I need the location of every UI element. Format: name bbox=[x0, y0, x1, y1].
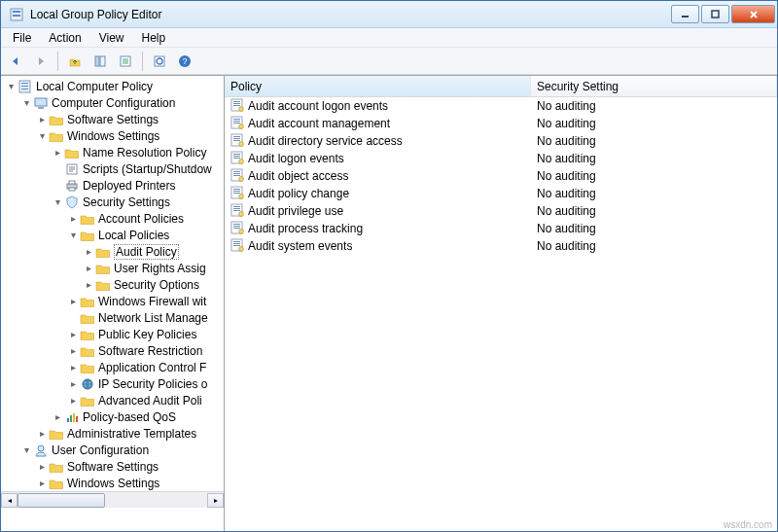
list-row[interactable]: Audit logon eventsNo auditing bbox=[225, 150, 777, 167]
tree-toggle-icon[interactable]: ▸ bbox=[83, 279, 94, 291]
tree-toggle-icon[interactable]: ▸ bbox=[67, 362, 79, 373]
tree-toggle-icon[interactable] bbox=[52, 180, 63, 192]
tree-pane[interactable]: ▾Local Computer Policy▾Computer Configur… bbox=[1, 76, 225, 531]
list-row[interactable]: Audit privilege useNo auditing bbox=[225, 202, 777, 220]
tree-toggle-icon[interactable] bbox=[52, 163, 63, 175]
folder-icon bbox=[49, 459, 64, 475]
folder-icon bbox=[80, 294, 95, 309]
tree-windows-firewall[interactable]: ▸Windows Firewall wit bbox=[1, 293, 224, 309]
tree-toggle-icon[interactable]: ▾ bbox=[36, 130, 48, 142]
tree-toggle-icon[interactable]: ▸ bbox=[67, 395, 79, 407]
tree-toggle-icon[interactable]: ▸ bbox=[36, 114, 48, 125]
tree-toggle-icon[interactable]: ▸ bbox=[67, 213, 79, 225]
tree-label: Administrative Templates bbox=[67, 427, 196, 441]
tree-uc-software-settings[interactable]: ▸Software Settings bbox=[1, 458, 224, 475]
tree-label: Local Computer Policy bbox=[36, 80, 153, 93]
up-folder-button[interactable] bbox=[64, 51, 86, 72]
menu-action[interactable]: Action bbox=[41, 30, 88, 46]
tree-toggle-icon[interactable]: ▸ bbox=[67, 345, 79, 357]
policy-item-icon bbox=[230, 168, 244, 185]
menu-view[interactable]: View bbox=[91, 30, 132, 46]
tree-audit-policy[interactable]: ▸Audit Policy bbox=[1, 243, 224, 260]
list-row[interactable]: Audit account managementNo auditing bbox=[225, 115, 777, 132]
menu-file[interactable]: File bbox=[5, 30, 39, 46]
maximize-button[interactable] bbox=[701, 5, 729, 23]
svg-rect-1 bbox=[13, 11, 20, 13]
policy-name: Audit logon events bbox=[248, 152, 344, 165]
tree-toggle-icon[interactable]: ▸ bbox=[67, 378, 79, 390]
tree-toggle-icon[interactable]: ▾ bbox=[20, 97, 32, 109]
tree-user-configuration[interactable]: ▾User Configuration bbox=[1, 442, 224, 458]
list-row[interactable]: Audit directory service accessNo auditin… bbox=[225, 132, 777, 150]
folder-icon bbox=[33, 443, 49, 458]
tree-cc-software-settings[interactable]: ▸Software Settings bbox=[1, 111, 224, 127]
tree-hscrollbar[interactable]: ◂ ▸ bbox=[1, 491, 224, 508]
list-row[interactable]: Audit object accessNo auditing bbox=[225, 167, 777, 185]
list-row[interactable]: Audit system eventsNo auditing bbox=[225, 237, 777, 255]
list-row[interactable]: Audit policy changeNo auditing bbox=[225, 185, 777, 202]
tree-network-list-manager[interactable]: Network List Manage bbox=[1, 309, 224, 326]
tree-toggle-icon[interactable]: ▸ bbox=[67, 329, 79, 340]
list-row[interactable]: Audit account logon eventsNo auditing bbox=[225, 97, 777, 115]
tree-toggle-icon[interactable]: ▸ bbox=[36, 461, 48, 473]
column-header-policy[interactable]: Policy bbox=[225, 76, 531, 96]
tree-toggle-icon[interactable]: ▸ bbox=[83, 263, 94, 274]
svg-point-64 bbox=[239, 211, 244, 216]
tree-toggle-icon[interactable]: ▾ bbox=[52, 196, 63, 208]
scroll-right-button[interactable]: ▸ bbox=[207, 493, 224, 508]
tree-toggle-icon[interactable]: ▸ bbox=[52, 147, 63, 159]
tree-security-settings[interactable]: ▾Security Settings bbox=[1, 194, 224, 210]
tree-cc-windows-settings[interactable]: ▾Windows Settings bbox=[1, 127, 224, 144]
tree-name-resolution-policy[interactable]: ▸Name Resolution Policy bbox=[1, 144, 224, 160]
policy-item-icon bbox=[230, 221, 244, 237]
column-header-setting[interactable]: Security Setting bbox=[531, 76, 777, 96]
help-button[interactable]: ? bbox=[174, 51, 195, 72]
tree-toggle-icon[interactable]: ▸ bbox=[36, 478, 48, 489]
tree-computer-configuration[interactable]: ▾Computer Configuration bbox=[1, 94, 224, 111]
minimize-button[interactable] bbox=[671, 5, 699, 23]
tree-user-rights-assignment[interactable]: ▸User Rights Assig bbox=[1, 260, 224, 276]
tree-label: Application Control F bbox=[98, 361, 206, 374]
svg-rect-27 bbox=[73, 413, 75, 422]
tree-advanced-audit-policy[interactable]: ▸Advanced Audit Poli bbox=[1, 392, 224, 408]
scroll-thumb[interactable] bbox=[18, 493, 105, 508]
refresh-button[interactable] bbox=[149, 51, 170, 72]
tree-toggle-icon[interactable]: ▾ bbox=[5, 81, 17, 92]
tree-toggle-icon[interactable] bbox=[67, 312, 79, 324]
tree-toggle-icon[interactable]: ▸ bbox=[83, 246, 94, 258]
list-body[interactable]: Audit account logon eventsNo auditingAud… bbox=[225, 97, 777, 531]
tree-toggle-icon[interactable]: ▸ bbox=[36, 428, 48, 440]
tree-scripts-startup-shutdown[interactable]: Scripts (Startup/Shutdow bbox=[1, 160, 224, 177]
tree-root-node[interactable]: ▾Local Computer Policy bbox=[1, 78, 224, 94]
close-button[interactable] bbox=[731, 5, 775, 23]
tree-local-policies[interactable]: ▾Local Policies bbox=[1, 227, 224, 243]
svg-point-29 bbox=[38, 445, 44, 451]
tree-ip-security-policies[interactable]: ▸IP Security Policies o bbox=[1, 375, 224, 392]
tree-policy-based-qos[interactable]: ▸Policy-based QoS bbox=[1, 408, 224, 425]
forward-button[interactable] bbox=[30, 51, 52, 72]
tree-uc-windows-settings[interactable]: ▸Windows Settings bbox=[1, 475, 224, 491]
tree-deployed-printers[interactable]: Deployed Printers bbox=[1, 177, 224, 194]
show-hide-tree-button[interactable] bbox=[89, 51, 111, 72]
security-setting-value: No auditing bbox=[531, 134, 777, 148]
tree-toggle-icon[interactable]: ▸ bbox=[67, 296, 79, 307]
tree-application-control[interactable]: ▸Application Control F bbox=[1, 359, 224, 375]
tree-label: Public Key Policies bbox=[98, 328, 196, 341]
tree-software-restriction[interactable]: ▸Software Restriction bbox=[1, 342, 224, 359]
export-list-button[interactable] bbox=[115, 51, 136, 72]
tree-toggle-icon[interactable]: ▾ bbox=[20, 444, 32, 456]
list-row[interactable]: Audit process trackingNo auditing bbox=[225, 220, 777, 237]
tree-toggle-icon[interactable]: ▸ bbox=[52, 411, 63, 423]
tree-label: Security Settings bbox=[83, 195, 170, 209]
tree-security-options[interactable]: ▸Security Options bbox=[1, 276, 224, 293]
tree-cc-admin-templates[interactable]: ▸Administrative Templates bbox=[1, 425, 224, 442]
titlebar[interactable]: Local Group Policy Editor bbox=[1, 1, 777, 28]
back-button[interactable] bbox=[5, 51, 26, 72]
tree-public-key-policies[interactable]: ▸Public Key Policies bbox=[1, 326, 224, 342]
tree-toggle-icon[interactable]: ▾ bbox=[67, 230, 79, 241]
scroll-left-button[interactable]: ◂ bbox=[1, 493, 18, 508]
watermark: wsxdn.com bbox=[724, 519, 772, 530]
menu-help[interactable]: Help bbox=[134, 30, 174, 46]
tree-account-policies[interactable]: ▸Account Policies bbox=[1, 210, 224, 227]
svg-rect-57 bbox=[233, 191, 240, 192]
